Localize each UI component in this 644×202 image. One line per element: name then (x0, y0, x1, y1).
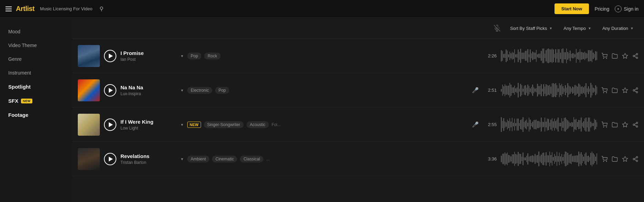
add-to-folder-icon[interactable] (612, 53, 618, 59)
expand-button[interactable]: ▾ (181, 157, 183, 161)
sidebar-item-instrument[interactable]: Instrument (0, 66, 72, 80)
add-to-cart-icon[interactable] (601, 122, 608, 128)
wave-bar (562, 48, 563, 63)
add-to-cart-icon[interactable] (601, 156, 608, 162)
vocal-mic-icon[interactable]: 🎤 (471, 86, 480, 95)
wave-bar (521, 85, 522, 95)
add-to-cart-icon[interactable] (601, 53, 608, 59)
sort-filter-button[interactable]: Sort By Staff Picks ▼ (507, 24, 556, 33)
share-icon[interactable] (632, 156, 638, 162)
wave-bar (554, 54, 555, 58)
track-tag[interactable]: Pop (215, 87, 229, 94)
share-icon[interactable] (632, 122, 638, 128)
wave-bar (595, 120, 596, 129)
play-button[interactable] (104, 119, 116, 131)
track-tag[interactable]: Acoustic (246, 121, 269, 128)
track-thumbnail (78, 79, 100, 101)
add-to-folder-icon[interactable] (612, 122, 618, 128)
wave-bar (569, 86, 570, 95)
play-button[interactable] (104, 153, 116, 165)
signin-label: Sign in (624, 6, 638, 12)
wave-bar (594, 155, 595, 163)
wave-bar (522, 117, 524, 132)
wave-bar (510, 156, 511, 161)
wave-bar (519, 123, 520, 126)
svg-point-24 (636, 126, 638, 127)
wave-bar (532, 155, 533, 163)
vocal-mic-icon[interactable]: 🎤 (471, 120, 480, 129)
sidebar-item-spotlight[interactable]: Spotlight (0, 80, 72, 94)
sidebar-item-sfx[interactable]: SFX NEW (0, 94, 72, 108)
wave-bar (589, 50, 590, 61)
wave-bar (559, 123, 560, 126)
add-to-folder-icon[interactable] (612, 87, 618, 93)
wave-bar (584, 86, 585, 94)
track-tags: NEW Singer-SongwriterAcousticFol... (187, 121, 466, 128)
hamburger-menu[interactable] (6, 7, 12, 11)
sidebar-item-footage[interactable]: Footage (0, 108, 72, 122)
svg-line-26 (634, 123, 636, 124)
track-tag[interactable]: Rock (204, 53, 220, 59)
track-duration: 2:51 (484, 88, 497, 93)
play-button[interactable] (104, 50, 116, 62)
start-now-button[interactable]: Start Now (555, 3, 589, 14)
wave-bar (509, 155, 510, 162)
wave-bar (570, 87, 571, 94)
svg-point-28 (606, 161, 607, 162)
track-tag[interactable]: Singer-Songwriter (204, 121, 244, 128)
wave-bar (587, 156, 588, 162)
mic-off-icon[interactable] (492, 23, 503, 34)
wave-bar (503, 118, 504, 131)
expand-button[interactable]: ▾ (181, 88, 183, 93)
wave-bar (593, 53, 594, 59)
wave-bar (520, 120, 521, 129)
wave-bar (530, 120, 531, 130)
expand-button[interactable]: ▾ (181, 122, 183, 127)
wave-bar (589, 117, 590, 132)
share-icon[interactable] (632, 53, 638, 59)
track-tag[interactable]: Ambient (187, 156, 209, 162)
duration-filter-button[interactable]: Any Duration ▼ (599, 24, 637, 33)
wave-bar (564, 52, 565, 59)
search-icon[interactable]: ⚲ (99, 5, 104, 12)
expand-button[interactable]: ▾ (181, 54, 183, 58)
favorite-icon[interactable] (622, 122, 628, 128)
wave-bar (532, 52, 533, 60)
sidebar-item-mood[interactable]: Mood (0, 25, 72, 38)
wave-bar (534, 52, 535, 59)
track-tag[interactable]: Cinematic (212, 156, 237, 162)
wave-bar (509, 83, 510, 98)
wave-bar (585, 53, 587, 59)
favorite-icon[interactable] (622, 156, 628, 162)
wave-bar (513, 53, 514, 59)
waveform (501, 48, 597, 64)
wave-bar (525, 157, 526, 161)
track-tag[interactable]: Electronic (187, 87, 212, 94)
signin-area[interactable]: ⚬ Sign in (615, 5, 638, 12)
wave-bar (531, 53, 532, 59)
track-tag[interactable]: Classical (240, 156, 263, 162)
share-icon[interactable] (632, 87, 638, 93)
pricing-link[interactable]: Pricing (594, 6, 609, 12)
add-to-cart-icon[interactable] (601, 87, 608, 93)
favorite-icon[interactable] (622, 53, 628, 59)
wave-bar (524, 86, 525, 94)
track-tag[interactable]: Pop (187, 53, 201, 59)
favorite-icon[interactable] (622, 87, 628, 93)
wave-bar (574, 120, 576, 130)
sidebar-item-video-theme[interactable]: Video Theme (0, 38, 72, 52)
tempo-filter-button[interactable]: Any Tempo ▼ (560, 24, 595, 33)
wave-bar (549, 49, 550, 62)
wave-bar (501, 117, 502, 132)
svg-point-15 (633, 89, 635, 91)
wave-bar (590, 153, 591, 165)
wave-bar (505, 54, 506, 58)
wave-bar (584, 52, 585, 60)
add-to-folder-icon[interactable] (612, 156, 618, 162)
wave-bar (538, 54, 539, 58)
wave-bar (558, 88, 559, 92)
track-thumbnail (78, 148, 100, 170)
play-button[interactable] (104, 84, 116, 97)
sidebar-item-genre[interactable]: Genre (0, 52, 72, 66)
new-badge-sfx: NEW (21, 99, 32, 103)
